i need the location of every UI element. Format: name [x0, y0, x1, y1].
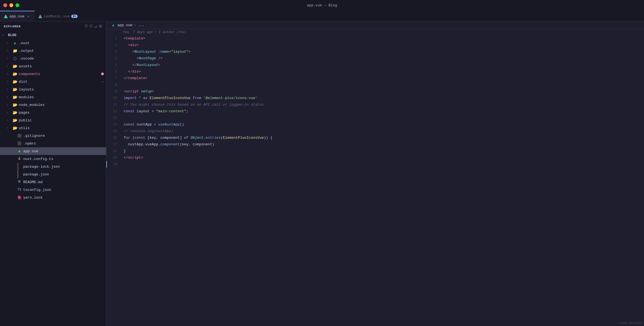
sidebar-item-nuxt-config[interactable]: › Δ nuxt.config.ts — [0, 155, 106, 163]
minimize-button[interactable] — [9, 3, 13, 7]
sidebar-item-modules[interactable]: › 📂 modules — [0, 93, 106, 101]
sidebar-item-label: .output — [19, 49, 106, 53]
sidebar-item-gitignore[interactable]: › ⬛ .gitignore — [0, 132, 106, 140]
sidebar-item-yarn-lock[interactable]: › 🧶 yarn.lock — [0, 194, 106, 201]
line-number: 6 — [106, 68, 122, 75]
sidebar-item-dist[interactable]: › 📂 dist ⇒ — [0, 78, 106, 85]
ts-file-icon: Δ — [17, 156, 22, 161]
chevron-right-icon: › — [7, 80, 11, 83]
sidebar-item-label: nuxt.config.ts — [23, 157, 106, 161]
traffic-lights — [3, 3, 19, 7]
line-number: 20 — [107, 161, 122, 168]
new-file-icon[interactable]: ⎘ — [85, 24, 88, 29]
code-line-14: 14 const nuxtApp = useNuxtApp() — [106, 121, 644, 128]
code-line-1: 1 <template> — [106, 35, 644, 42]
ts-file-icon: TS — [17, 187, 22, 192]
window-title: app.vue — Blog — [307, 3, 337, 7]
tab-badge: 9+ — [71, 15, 78, 18]
line-number: 13 — [106, 115, 122, 121]
sidebar-item-assets[interactable]: › 📂 assets — [0, 62, 106, 70]
sidebar-item-vscode[interactable]: › ⬡ .vscode — [0, 55, 106, 62]
sidebar-header: EXPLORER ⎘ ⎙ ↺ ⧉ — [0, 22, 106, 31]
tab-app-vue[interactable]: app.vue ✕ — [0, 11, 35, 21]
tab-leomusic-vue[interactable]: LeoMusic.vue 9+ — [35, 11, 82, 21]
vue-file-icon: ▲ — [17, 149, 22, 154]
sidebar-item-label: app.vue — [23, 149, 106, 153]
sidebar-root[interactable]: ▾ BLOG — [0, 31, 106, 39]
code-line-15: 15 // console.log(nuxtApp) — [106, 128, 644, 135]
line-number: 8 — [106, 82, 122, 88]
sidebar: EXPLORER ⎘ ⎙ ↺ ⧉ ▾ BLOG › ◈ .nuxt › 📁 .o… — [0, 22, 106, 326]
line-number: 12 — [106, 108, 122, 115]
code-line-18: 18 } — [106, 148, 644, 154]
sidebar-item-label: node_modules — [19, 103, 106, 107]
root-label: BLOG — [8, 33, 106, 37]
line-number: 11 — [106, 101, 122, 108]
sidebar-item-tsconfig[interactable]: › TS tsconfig.json — [0, 186, 106, 194]
sidebar-item-readme[interactable]: › M README.md — [0, 178, 106, 186]
sidebar-item-public[interactable]: › 📂 public — [0, 116, 106, 124]
line-content: nuxtApp.vueApp.component(key, component) — [122, 141, 644, 148]
chevron-right-icon: › — [7, 119, 11, 122]
sidebar-item-label: .vscode — [19, 57, 106, 61]
line-content: <NuxtPage /> — [122, 55, 644, 62]
sidebar-item-components[interactable]: › 📂 components — [0, 70, 106, 78]
maximize-button[interactable] — [15, 3, 19, 7]
sidebar-item-output[interactable]: › 📁 .output — [0, 47, 106, 55]
line-content: // You might choose this based on an API… — [122, 101, 644, 108]
sidebar-item-nuxt[interactable]: › ◈ .nuxt — [0, 39, 106, 47]
json-file-icon: { } — [17, 164, 22, 169]
line-content: </template> — [122, 75, 644, 82]
sidebar-item-label: utils — [19, 126, 106, 130]
sidebar-item-npmrc[interactable]: › ⬛ .npmrc — [0, 140, 106, 147]
sidebar-item-label: modules — [19, 95, 106, 99]
sidebar-title: EXPLORER — [4, 25, 21, 28]
sidebar-item-app-vue[interactable]: › ▲ app.vue — [0, 147, 106, 155]
main-area: EXPLORER ⎘ ⎙ ↺ ⧉ ▾ BLOG › ◈ .nuxt › 📁 .o… — [0, 22, 644, 326]
line-number: 2 — [106, 42, 122, 49]
sidebar-item-package-lock[interactable]: › { } package-lock.json — [0, 163, 106, 170]
file-icon: ⬛ — [17, 133, 22, 138]
new-folder-icon[interactable]: ⎙ — [90, 24, 92, 29]
folder-icon: 📁 — [12, 48, 17, 53]
modified-badge — [101, 73, 104, 75]
line-content: <div> — [122, 42, 644, 49]
tab-label: app.vue — [9, 14, 25, 18]
sidebar-item-package-json[interactable]: › { } package.json — [0, 170, 106, 178]
sidebar-item-label: package.json — [23, 172, 106, 177]
tab-bar: app.vue ✕ LeoMusic.vue 9+ — [0, 10, 644, 22]
code-editor[interactable]: 1 <template> 2 <div> 3 <NuxtLayout :name… — [106, 35, 644, 326]
refresh-icon[interactable]: ↺ — [94, 24, 97, 29]
sidebar-item-label: .nuxt — [19, 41, 106, 45]
line-content: </div> — [122, 68, 644, 75]
sidebar-item-label: public — [19, 118, 106, 122]
sidebar-item-utils[interactable]: › 📂 utils — [0, 124, 106, 132]
chevron-right-icon: › — [7, 65, 11, 68]
tab-close-button[interactable]: ✕ — [26, 14, 31, 18]
line-number: 1 — [106, 35, 122, 42]
md-file-icon: M — [17, 180, 22, 185]
line-number: 10 — [106, 95, 122, 101]
code-line-10: 10 import * as ElementPlusIconsVue from … — [106, 95, 644, 101]
sidebar-item-layouts[interactable]: › 📂 layouts — [0, 85, 106, 93]
line-content: </script> — [122, 154, 644, 161]
chevron-right-icon: › — [7, 127, 11, 130]
code-line-3: 3 <NuxtLayout :name="layout"> — [106, 49, 644, 55]
vue-icon — [38, 14, 42, 18]
line-number: 14 — [106, 121, 122, 128]
sidebar-item-node-modules[interactable]: › 📂 node_modules — [0, 101, 106, 109]
sidebar-item-label: .npmrc — [23, 141, 106, 146]
json-file-icon: { } — [17, 172, 22, 177]
code-line-12: 12 const layout = "main-content"; — [106, 108, 644, 115]
chevron-right-icon: › — [7, 103, 11, 106]
sidebar-item-pages[interactable]: › 📂 pages — [0, 109, 106, 116]
code-line-6: 6 </div> — [106, 68, 644, 75]
folder-icon: 📂 — [12, 64, 17, 69]
close-button[interactable] — [3, 3, 7, 7]
line-content: // console.log(nuxtApp) — [122, 128, 644, 135]
folder-icon: 📂 — [12, 102, 17, 107]
collapse-icon[interactable]: ⧉ — [99, 24, 102, 29]
sidebar-item-label: README.md — [23, 180, 106, 184]
code-line-5: 5 </NuxtLayout> — [106, 62, 644, 68]
folder-icon: 📂 — [12, 110, 17, 115]
